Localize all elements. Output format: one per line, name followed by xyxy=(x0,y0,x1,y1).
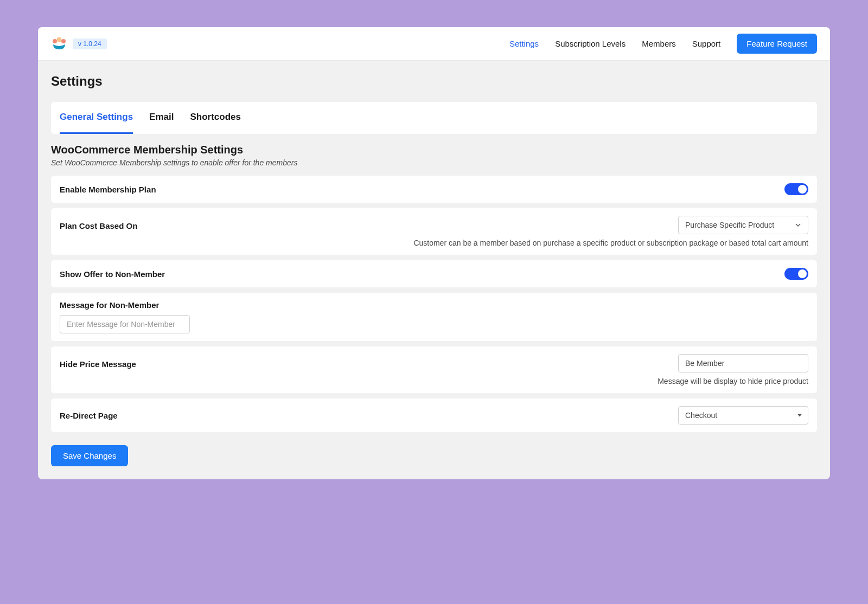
main-nav: Settings Subscription Levels Members Sup… xyxy=(509,34,817,54)
people-icon xyxy=(51,36,67,52)
plan-cost-select[interactable]: Purchase Specific Product xyxy=(678,216,808,234)
plan-cost-help: Customer can be a member based on purcha… xyxy=(60,239,808,247)
setting-enable-plan: Enable Membership Plan xyxy=(51,176,817,203)
nav-support[interactable]: Support xyxy=(692,39,721,48)
setting-show-offer: Show Offer to Non-Member xyxy=(51,260,817,287)
svg-point-2 xyxy=(61,39,66,43)
setting-message-non-member: Message for Non-Member xyxy=(51,293,817,341)
section-subtitle: Set WooCommerce Membership settings to e… xyxy=(51,158,817,167)
enable-plan-toggle[interactable] xyxy=(784,183,808,195)
setting-redirect: Re-Direct Page Checkout xyxy=(51,399,817,432)
tab-general-settings[interactable]: General Settings xyxy=(60,102,133,134)
plan-cost-label: Plan Cost Based On xyxy=(60,216,137,230)
header: v 1.0.24 Settings Subscription Levels Me… xyxy=(38,27,830,61)
page-title: Settings xyxy=(51,74,817,89)
show-offer-label: Show Offer to Non-Member xyxy=(60,269,165,279)
redirect-label: Re-Direct Page xyxy=(60,411,118,420)
svg-point-1 xyxy=(53,39,57,43)
tab-shortcodes[interactable]: Shortcodes xyxy=(190,102,241,134)
tab-email[interactable]: Email xyxy=(149,102,174,134)
version-badge: v 1.0.24 xyxy=(73,38,107,49)
section-title: WooCommerce Membership Settings xyxy=(51,144,817,156)
svg-point-0 xyxy=(57,37,62,42)
hide-price-input[interactable] xyxy=(678,354,808,372)
save-button[interactable]: Save Changes xyxy=(51,445,128,466)
main-content: Settings General Settings Email Shortcod… xyxy=(38,61,830,479)
nav-settings[interactable]: Settings xyxy=(509,39,539,48)
settings-tabs: General Settings Email Shortcodes xyxy=(51,102,817,134)
show-offer-toggle[interactable] xyxy=(784,268,808,280)
enable-plan-label: Enable Membership Plan xyxy=(60,185,156,194)
hide-price-label: Hide Price Message xyxy=(60,354,136,369)
message-non-member-input[interactable] xyxy=(60,315,190,333)
redirect-select[interactable]: Checkout xyxy=(678,406,808,425)
logo-section: v 1.0.24 xyxy=(51,36,107,52)
nav-members[interactable]: Members xyxy=(642,39,676,48)
setting-plan-cost: Plan Cost Based On Purchase Specific Pro… xyxy=(51,208,817,255)
feature-request-button[interactable]: Feature Request xyxy=(737,34,817,54)
nav-subscription-levels[interactable]: Subscription Levels xyxy=(555,39,626,48)
hide-price-help: Message will be display to hide price pr… xyxy=(658,377,808,385)
app-container: v 1.0.24 Settings Subscription Levels Me… xyxy=(38,27,830,479)
setting-hide-price: Hide Price Message Message will be displ… xyxy=(51,346,817,393)
message-non-member-label: Message for Non-Member xyxy=(60,300,808,310)
